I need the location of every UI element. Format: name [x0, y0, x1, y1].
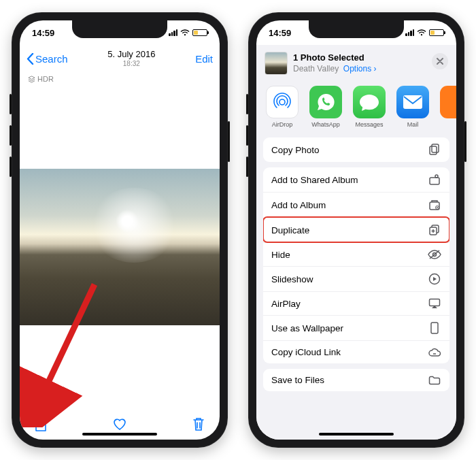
- heart-icon: [112, 417, 127, 431]
- mail-icon: [402, 94, 424, 110]
- cell-signal-icon: [405, 29, 414, 36]
- svg-rect-4: [430, 146, 437, 154]
- duplicate-icon: [428, 224, 441, 236]
- close-icon: [437, 58, 443, 65]
- chevron-left-icon: [27, 53, 34, 65]
- trash-icon: [192, 416, 205, 431]
- copy-icon: [428, 144, 441, 156]
- share-apps-row[interactable]: AirDrop WhatsApp Messages Mail: [256, 79, 456, 133]
- action-wallpaper[interactable]: Use as Wallpaper: [263, 315, 449, 340]
- action-slideshow[interactable]: Slideshow: [263, 266, 449, 291]
- layers-icon: [28, 76, 35, 83]
- svg-point-6: [435, 175, 438, 178]
- photo-preview[interactable]: [20, 169, 220, 325]
- favorite-button[interactable]: [112, 417, 127, 431]
- action-copy-photo[interactable]: Copy Photo: [263, 137, 449, 162]
- app-more[interactable]: [440, 86, 456, 128]
- app-airdrop[interactable]: AirDrop: [266, 86, 299, 128]
- cell-signal-icon: [169, 29, 177, 36]
- hide-icon: [428, 249, 441, 260]
- app-mail[interactable]: Mail: [396, 86, 429, 128]
- whatsapp-icon: [316, 92, 336, 112]
- wifi-icon: [180, 29, 190, 36]
- folder-icon: [428, 376, 441, 385]
- back-label: Search: [35, 53, 68, 65]
- share-sheet-header: 1 Photo Selected Death Valley Options ›: [256, 45, 456, 79]
- messages-icon: [358, 92, 380, 112]
- app-messages[interactable]: Messages: [353, 86, 386, 128]
- nav-bar: Search 5. July 2016 18:32 Edit: [20, 45, 220, 72]
- svg-rect-14: [430, 299, 440, 306]
- location-label: Death Valley: [293, 64, 339, 73]
- airplay-icon: [428, 298, 441, 309]
- action-hide[interactable]: Hide: [263, 242, 449, 266]
- phone-icon: [428, 322, 441, 334]
- phone-left: 14:59 Search 5. July 2016 18:32 Edit HDR: [12, 12, 228, 448]
- clock: 14:59: [269, 28, 291, 38]
- action-icloud-link[interactable]: Copy iCloud Link: [263, 340, 449, 363]
- share-button[interactable]: [35, 416, 47, 431]
- svg-rect-5: [430, 178, 439, 184]
- album-icon: [428, 199, 441, 211]
- app-whatsapp[interactable]: WhatsApp: [309, 86, 342, 128]
- selection-title: 1 Photo Selected: [293, 52, 364, 63]
- clock: 14:59: [32, 28, 54, 38]
- home-indicator[interactable]: [82, 433, 157, 436]
- page-title: 5. July 2016 18:32: [107, 50, 155, 67]
- play-circle-icon: [428, 273, 441, 285]
- shared-album-icon: [428, 174, 441, 186]
- action-add-shared-album[interactable]: Add to Shared Album: [263, 167, 449, 192]
- phone-right: 14:59 1 Photo Selected Death Valley Opti…: [248, 12, 464, 448]
- svg-rect-15: [431, 323, 438, 333]
- close-button[interactable]: [432, 53, 448, 69]
- battery-icon: [192, 29, 207, 36]
- wifi-icon: [417, 29, 426, 36]
- airdrop-icon: [271, 91, 294, 114]
- action-duplicate[interactable]: Duplicate: [263, 217, 449, 242]
- options-button[interactable]: Options ›: [341, 64, 377, 73]
- battery-icon: [429, 29, 444, 36]
- home-indicator[interactable]: [319, 433, 394, 436]
- action-airplay[interactable]: AirPlay: [263, 291, 449, 315]
- back-button[interactable]: Search: [27, 53, 68, 65]
- svg-point-1: [279, 99, 285, 105]
- action-add-album[interactable]: Add to Album: [263, 192, 449, 217]
- photo-thumbnail[interactable]: [265, 52, 288, 75]
- edit-button[interactable]: Edit: [195, 53, 213, 65]
- delete-button[interactable]: [192, 416, 205, 431]
- hdr-badge: HDR: [20, 72, 220, 86]
- cloud-link-icon: [428, 348, 441, 357]
- svg-rect-2: [403, 95, 422, 109]
- share-icon: [35, 416, 47, 431]
- action-save-files[interactable]: Save to Files: [263, 369, 449, 391]
- svg-rect-3: [432, 144, 439, 152]
